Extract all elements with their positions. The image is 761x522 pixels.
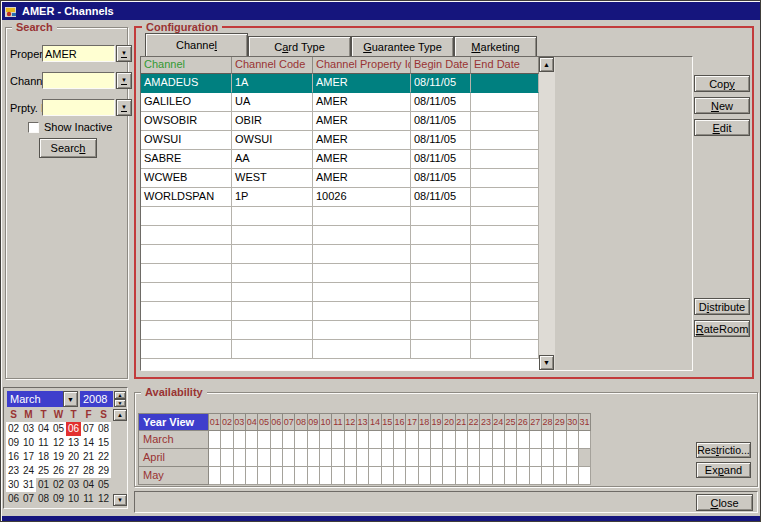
availability-day-cell[interactable] xyxy=(332,467,344,485)
availability-day-cell[interactable] xyxy=(283,449,295,467)
availability-day-cell[interactable] xyxy=(579,449,591,467)
availability-day-cell[interactable] xyxy=(246,467,258,485)
availability-day-cell[interactable] xyxy=(493,467,505,485)
availability-day-cell[interactable] xyxy=(567,467,579,485)
availability-day-cell[interactable] xyxy=(480,431,492,449)
table-row-empty[interactable] xyxy=(141,283,539,302)
calendar-day[interactable]: 18 xyxy=(36,450,51,464)
availability-day-cell[interactable] xyxy=(431,449,443,467)
availability-day-cell[interactable] xyxy=(271,467,283,485)
availability-day-cell[interactable] xyxy=(283,467,295,485)
calendar-scroll-down-button[interactable]: ▼ xyxy=(113,494,127,506)
calendar-day[interactable]: 05 xyxy=(51,422,66,436)
table-row[interactable]: WORLDSPAN1P1002608/11/05 xyxy=(141,188,539,207)
availability-day-cell[interactable] xyxy=(406,449,418,467)
calendar-day[interactable]: 03 xyxy=(66,478,81,492)
property-input[interactable] xyxy=(42,45,115,62)
availability-day-cell[interactable] xyxy=(505,467,517,485)
calendar-day[interactable]: 13 xyxy=(66,436,81,450)
availability-day-cell[interactable] xyxy=(258,449,270,467)
availability-day-cell[interactable] xyxy=(320,449,332,467)
table-row[interactable]: OWSOBIROBIRAMER08/11/05 xyxy=(141,112,539,131)
calendar-day[interactable]: 25 xyxy=(36,464,51,478)
availability-day-cell[interactable] xyxy=(542,431,554,449)
show-inactive-checkbox[interactable] xyxy=(28,122,39,133)
calendar-day[interactable]: 30 xyxy=(6,478,21,492)
calendar-day[interactable]: 22 xyxy=(96,450,111,464)
calendar-day[interactable]: 20 xyxy=(66,450,81,464)
property-lov-button[interactable]: ▼ xyxy=(116,45,132,62)
tab-channel[interactable]: Channel xyxy=(145,33,248,56)
availability-day-cell[interactable] xyxy=(530,431,542,449)
availability-day-cell[interactable] xyxy=(567,449,579,467)
availability-day-cell[interactable] xyxy=(382,449,394,467)
availability-day-cell[interactable] xyxy=(493,449,505,467)
availability-day-cell[interactable] xyxy=(234,467,246,485)
availability-day-cell[interactable] xyxy=(345,449,357,467)
copy-button[interactable]: Copy xyxy=(694,75,750,92)
availability-day-cell[interactable] xyxy=(579,467,591,485)
availability-day-cell[interactable] xyxy=(456,467,468,485)
calendar-day[interactable]: 10 xyxy=(66,492,81,506)
availability-day-cell[interactable] xyxy=(468,467,480,485)
calendar-day[interactable]: 14 xyxy=(81,436,96,450)
availability-day-cell[interactable] xyxy=(308,467,320,485)
availability-day-cell[interactable] xyxy=(345,467,357,485)
availability-day-cell[interactable] xyxy=(271,431,283,449)
table-row[interactable]: GALILEOUAAMER08/11/05 xyxy=(141,93,539,112)
availability-day-cell[interactable] xyxy=(209,449,221,467)
calendar-day[interactable]: 11 xyxy=(81,492,96,506)
availability-day-cell[interactable] xyxy=(480,449,492,467)
availability-day-cell[interactable] xyxy=(369,467,381,485)
availability-day-cell[interactable] xyxy=(456,431,468,449)
table-row[interactable]: OWSUIOWSUIAMER08/11/05 xyxy=(141,131,539,150)
calendar-day[interactable]: 02 xyxy=(6,422,21,436)
availability-day-cell[interactable] xyxy=(480,467,492,485)
availability-day-cell[interactable] xyxy=(258,431,270,449)
calendar-day[interactable]: 29 xyxy=(96,464,111,478)
calendar-day[interactable]: 15 xyxy=(96,436,111,450)
availability-day-cell[interactable] xyxy=(258,467,270,485)
availability-day-cell[interactable] xyxy=(382,431,394,449)
calendar-day[interactable]: 19 xyxy=(51,450,66,464)
availability-day-cell[interactable] xyxy=(295,467,307,485)
calendar-day[interactable]: 08 xyxy=(96,422,111,436)
availability-day-cell[interactable] xyxy=(443,431,455,449)
availability-day-cell[interactable] xyxy=(530,467,542,485)
availability-day-cell[interactable] xyxy=(234,431,246,449)
calendar-day[interactable]: 05 xyxy=(96,478,111,492)
availability-day-cell[interactable] xyxy=(283,431,295,449)
new-button[interactable]: New xyxy=(694,97,750,114)
table-row-empty[interactable] xyxy=(141,226,539,245)
edit-button[interactable]: Edit xyxy=(694,119,750,136)
column-header[interactable]: Channel Property Id xyxy=(313,57,411,74)
prpty-id-lov-button[interactable]: ▼ xyxy=(116,99,132,116)
calendar-day[interactable]: 26 xyxy=(51,464,66,478)
column-header[interactable]: Begin Date xyxy=(411,57,471,74)
availability-day-cell[interactable] xyxy=(357,449,369,467)
availability-day-cell[interactable] xyxy=(419,431,431,449)
calendar-day[interactable]: 01 xyxy=(36,478,51,492)
availability-day-cell[interactable] xyxy=(382,467,394,485)
scroll-down-button[interactable]: ▼ xyxy=(539,355,554,370)
availability-day-cell[interactable] xyxy=(308,431,320,449)
availability-day-cell[interactable] xyxy=(542,449,554,467)
calendar-day[interactable]: 21 xyxy=(81,450,96,464)
availability-day-cell[interactable] xyxy=(554,431,566,449)
calendar-year-field[interactable]: 2008 xyxy=(80,391,113,407)
table-row[interactable]: WCWEBWESTAMER08/11/05 xyxy=(141,169,539,188)
availability-day-cell[interactable] xyxy=(234,449,246,467)
table-row-empty[interactable] xyxy=(141,302,539,321)
availability-day-cell[interactable] xyxy=(456,449,468,467)
availability-day-cell[interactable] xyxy=(369,449,381,467)
close-button[interactable]: Close xyxy=(696,494,753,511)
availability-day-cell[interactable] xyxy=(332,431,344,449)
availability-day-cell[interactable] xyxy=(443,449,455,467)
calendar-day[interactable]: 24 xyxy=(21,464,36,478)
calendar-day[interactable]: 07 xyxy=(21,492,36,506)
availability-day-cell[interactable] xyxy=(221,431,233,449)
availability-day-cell[interactable] xyxy=(221,449,233,467)
availability-day-cell[interactable] xyxy=(369,431,381,449)
calendar-month-dropdown-button[interactable]: ▼ xyxy=(63,391,78,407)
channel-lov-button[interactable]: ▼ xyxy=(116,72,132,89)
